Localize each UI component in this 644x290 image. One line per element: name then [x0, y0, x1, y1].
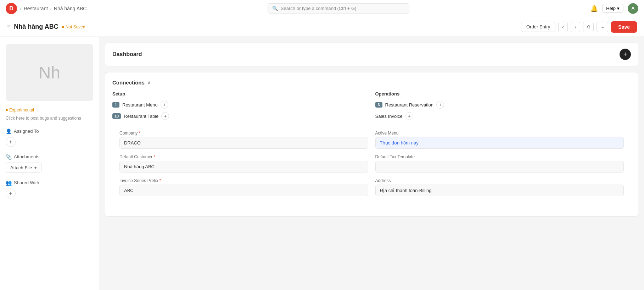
- sales-invoice-add-button[interactable]: +: [405, 112, 413, 120]
- connections-card: Connections ∧ Setup 1 Restaurant Menu + …: [105, 72, 638, 217]
- not-saved-label: Not Saved: [66, 24, 85, 29]
- connections-collapse-icon[interactable]: ∧: [147, 80, 151, 85]
- invoice-series-prefix-field: Invoice Series Prefix *: [119, 178, 368, 196]
- restaurant-table-name[interactable]: Restaurant Table: [124, 114, 158, 119]
- address-field: Address: [375, 178, 624, 196]
- connections-setup-col: Setup 1 Restaurant Menu + 10 Restaurant …: [112, 91, 368, 124]
- connection-item-sales-invoice: Sales Invoice +: [375, 112, 631, 120]
- company-input[interactable]: [119, 137, 368, 149]
- breadcrumb: › Restaurant › Nhà hàng ABC: [20, 6, 86, 11]
- shared-with-label: Shared With: [14, 180, 39, 185]
- default-tax-template-field: Default Tax Template: [375, 154, 624, 173]
- save-button[interactable]: Save: [611, 21, 637, 33]
- form-row-1: Company * Active Menu: [119, 131, 624, 149]
- breadcrumb-restaurant[interactable]: Restaurant: [24, 6, 48, 11]
- user-avatar[interactable]: A: [628, 3, 638, 14]
- more-button[interactable]: ···: [597, 22, 609, 32]
- connection-item-restaurant-table: 10 Restaurant Table +: [112, 112, 368, 120]
- menu-icon[interactable]: ≡: [7, 24, 10, 30]
- assigned-to-add-button[interactable]: +: [6, 137, 16, 147]
- assigned-to-section: 👤 Assigned To +: [6, 128, 93, 147]
- default-customer-label: Default Customer *: [119, 154, 368, 159]
- print-button[interactable]: ⎙: [583, 22, 594, 32]
- order-entry-button[interactable]: Order Entry: [521, 22, 555, 32]
- shared-with-add-button[interactable]: +: [6, 188, 16, 198]
- active-menu-input[interactable]: [375, 137, 624, 149]
- reservation-add-button[interactable]: +: [436, 101, 444, 109]
- reservation-badge: 3: [375, 102, 382, 108]
- default-customer-field: Default Customer *: [119, 154, 368, 173]
- breadcrumb-sep2: ›: [50, 6, 52, 11]
- restaurant-menu-name[interactable]: Restaurant Menu: [122, 102, 158, 108]
- default-customer-input[interactable]: [119, 161, 368, 173]
- setup-col-title: Setup: [112, 91, 368, 97]
- page-header: ≡ Nhà hàng ABC Not Saved Order Entry ‹ ›…: [0, 17, 644, 37]
- attachments-title: 📎 Attachments: [6, 154, 93, 160]
- shared-with-title: 👥 Shared With: [6, 180, 93, 186]
- restaurant-menu-badge: 1: [112, 102, 119, 108]
- assigned-to-label: Assigned To: [14, 128, 39, 134]
- app-logo[interactable]: D: [6, 3, 17, 14]
- person-icon: 👤: [6, 128, 12, 134]
- company-label: Company *: [119, 131, 368, 136]
- assigned-to-title: 👤 Assigned To: [6, 128, 93, 134]
- connection-item-reservation: 3 Restaurant Reservation +: [375, 101, 631, 109]
- search-icon: 🔍: [272, 6, 278, 11]
- reservation-name[interactable]: Restaurant Reservation: [385, 102, 434, 108]
- record-avatar-area: Nh: [6, 44, 93, 101]
- help-button[interactable]: Help ▾: [602, 4, 623, 13]
- dashboard-card: Dashboard +: [105, 43, 638, 66]
- experimental-badge: Experimental: [6, 108, 34, 113]
- default-tax-template-label: Default Tax Template: [375, 154, 624, 159]
- connections-header: Connections ∧: [112, 80, 631, 86]
- page-title: Nhà hàng ABC: [14, 23, 58, 31]
- attach-file-label: Attach File: [10, 165, 32, 170]
- attach-file-plus-icon: +: [34, 165, 37, 170]
- content-area: Dashboard + Connections ∧ Setup 1 Restau…: [99, 37, 644, 290]
- form-row-2: Default Customer * Default Tax Template: [119, 154, 624, 173]
- paperclip-icon: 📎: [6, 154, 12, 160]
- top-navigation: D › Restaurant › Nhà hàng ABC 🔍 Search o…: [0, 0, 644, 17]
- search-placeholder: Search or type a command (Ctrl + G): [281, 6, 357, 11]
- dashboard-header: Dashboard +: [105, 43, 638, 66]
- invoice-series-prefix-label: Invoice Series Prefix *: [119, 178, 368, 183]
- address-label: Address: [375, 178, 624, 183]
- address-input[interactable]: [375, 185, 624, 196]
- attachments-label: Attachments: [14, 154, 39, 159]
- breadcrumb-current: Nhà hàng ABC: [54, 6, 87, 11]
- attachments-section: 📎 Attachments Attach File +: [6, 154, 93, 173]
- chevron-down-icon: ▾: [617, 6, 620, 11]
- restaurant-menu-add-button[interactable]: +: [161, 101, 168, 109]
- nav-right: 🔔 Help ▾ A: [590, 3, 638, 14]
- header-left: ≡ Nhà hàng ABC Not Saved: [7, 23, 85, 31]
- attach-file-button[interactable]: Attach File +: [6, 163, 41, 173]
- company-field: Company *: [119, 131, 368, 149]
- bug-link[interactable]: Click here to post bugs and suggestions: [6, 115, 93, 121]
- record-avatar-initials: Nh: [39, 63, 60, 82]
- default-tax-template-input[interactable]: [375, 161, 624, 173]
- connections-title: Connections: [112, 80, 145, 86]
- shared-icon: 👥: [6, 180, 12, 186]
- dashboard-title: Dashboard: [112, 51, 142, 58]
- search-box[interactable]: 🔍 Search or type a command (Ctrl + G): [268, 3, 409, 13]
- form-section: Company * Active Menu Default Customer *: [112, 124, 631, 209]
- restaurant-table-add-button[interactable]: +: [161, 112, 169, 120]
- sales-invoice-name[interactable]: Sales Invoice: [375, 114, 403, 119]
- operations-col-title: Operations: [375, 91, 631, 97]
- form-row-3: Invoice Series Prefix * Address: [119, 178, 624, 196]
- help-label: Help: [606, 6, 616, 11]
- main-layout: Nh Experimental Click here to post bugs …: [0, 37, 644, 290]
- bell-icon[interactable]: 🔔: [590, 5, 598, 12]
- nav-left: D › Restaurant › Nhà hàng ABC: [6, 3, 86, 14]
- experimental-label: Experimental: [9, 108, 34, 113]
- not-saved-badge: Not Saved: [62, 24, 85, 29]
- prev-button[interactable]: ‹: [558, 22, 568, 32]
- connection-item-restaurant-menu: 1 Restaurant Menu +: [112, 101, 368, 109]
- connections-operations-col: Operations 3 Restaurant Reservation + Sa…: [375, 91, 631, 124]
- dashboard-add-button[interactable]: +: [620, 49, 631, 60]
- next-button[interactable]: ›: [571, 22, 580, 32]
- shared-with-section: 👥 Shared With +: [6, 180, 93, 198]
- invoice-series-prefix-input[interactable]: [119, 185, 368, 196]
- header-right: Order Entry ‹ › ⎙ ··· Save: [521, 21, 637, 33]
- restaurant-table-badge: 10: [112, 113, 121, 119]
